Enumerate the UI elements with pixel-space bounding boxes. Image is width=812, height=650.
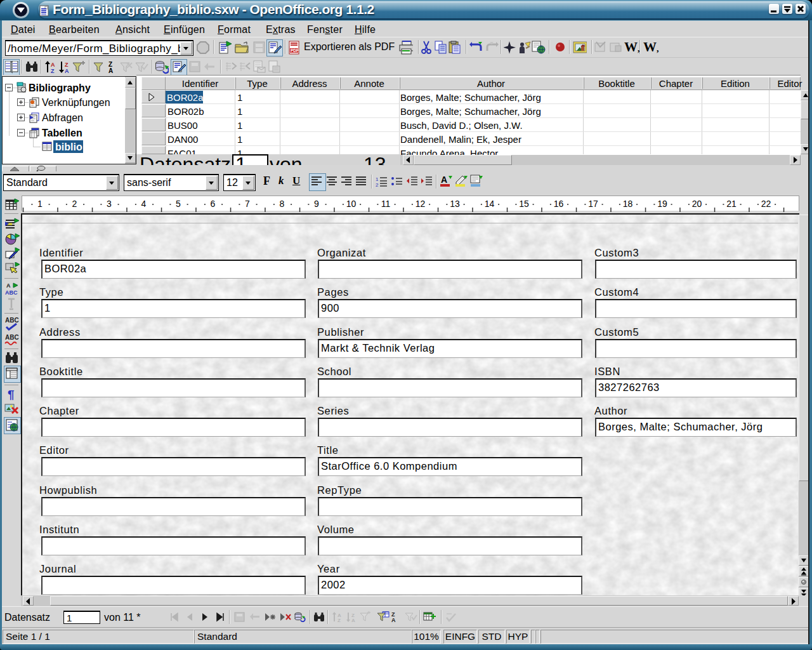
svg-text:4: 4 (141, 199, 147, 209)
svg-text:A: A (51, 62, 55, 68)
svg-text:Z: Z (51, 68, 55, 74)
svg-text:11: 11 (381, 199, 391, 209)
svg-text:6: 6 (211, 199, 216, 209)
svg-text:17: 17 (588, 199, 598, 209)
svg-text:7: 7 (245, 199, 250, 209)
svg-text:9: 9 (314, 199, 319, 209)
svg-text:2: 2 (376, 182, 379, 188)
svg-text:A: A (391, 617, 396, 623)
svg-text:18: 18 (623, 199, 633, 209)
svg-text:Z: Z (65, 62, 69, 68)
svg-text:20: 20 (692, 199, 702, 209)
svg-text:21: 21 (726, 199, 737, 209)
svg-text:8: 8 (280, 199, 285, 209)
svg-text:14: 14 (485, 199, 495, 209)
svg-text:2: 2 (72, 199, 77, 209)
svg-text:22: 22 (761, 199, 771, 209)
svg-text:1: 1 (37, 199, 43, 209)
svg-text:A: A (351, 618, 355, 623)
svg-text:ABC: ABC (5, 289, 18, 296)
svg-text:ABC: ABC (5, 334, 19, 341)
svg-text:1: 1 (376, 176, 379, 182)
svg-text:PDF: PDF (291, 48, 299, 53)
svg-text:Z: Z (337, 618, 341, 623)
svg-text:5: 5 (176, 199, 181, 209)
svg-text:A: A (65, 68, 69, 74)
svg-text:16: 16 (554, 199, 564, 209)
svg-text:19: 19 (657, 199, 667, 209)
svg-text:3: 3 (107, 199, 112, 209)
svg-text:A: A (6, 282, 11, 289)
svg-text:A: A (108, 67, 113, 74)
svg-text:12: 12 (416, 199, 426, 209)
svg-text:15: 15 (519, 199, 529, 209)
svg-text:A: A (441, 175, 447, 185)
svg-text:ABC: ABC (5, 317, 19, 324)
svg-text:13: 13 (450, 199, 460, 209)
svg-text:10: 10 (346, 199, 357, 209)
